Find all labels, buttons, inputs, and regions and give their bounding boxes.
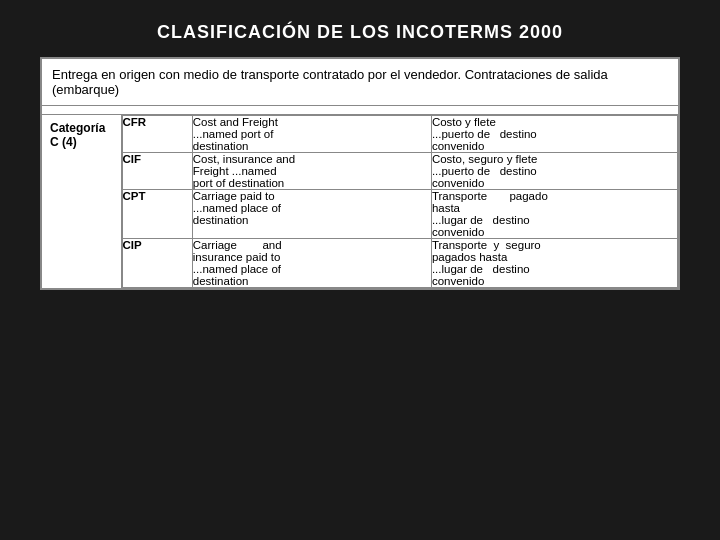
- cip-code: CIP: [122, 239, 192, 288]
- cif-es: Costo, seguro y flete...puerto de destin…: [431, 153, 677, 190]
- cip-en: Carriage andinsurance paid to...named pl…: [192, 239, 431, 288]
- cpt-en-text: Carriage paid to...named place ofdestina…: [193, 190, 281, 226]
- cif-en-text: Cost, insurance andFreight ...namedport …: [193, 153, 295, 189]
- cfr-en-text: Cost and Freight...named port ofdestinat…: [193, 116, 278, 152]
- cip-es: Transporte y seguropagados hasta...lugar…: [431, 239, 677, 288]
- cif-en: Cost, insurance andFreight ...namedport …: [192, 153, 431, 190]
- cip-en-text: Carriage andinsurance paid to...named pl…: [193, 239, 282, 287]
- cfr-es: Costo y flete...puerto de destinoconveni…: [431, 116, 677, 153]
- cpt-es: Transporte pagadohasta...lugar de destin…: [431, 190, 677, 239]
- cip-es-text: Transporte y seguropagados hasta...lugar…: [432, 239, 541, 287]
- inner-table: CFR Cost and Freight...named port ofdest…: [122, 115, 679, 288]
- main-table: Entrega en origen con medio de transport…: [40, 57, 680, 290]
- cfr-code: CFR: [122, 116, 192, 153]
- cpt-row: CPT Carriage paid to...named place ofdes…: [122, 190, 678, 239]
- cif-row: CIF Cost, insurance andFreight ...namedp…: [122, 153, 678, 190]
- data-wrapper: Categoría C (4) CFR Cost and Freight...n…: [41, 115, 679, 290]
- category-label: Categoría C (4): [41, 115, 121, 290]
- header-row: Entrega en origen con medio de transport…: [41, 58, 679, 106]
- cif-code: CIF: [122, 153, 192, 190]
- cpt-code: CPT: [122, 190, 192, 239]
- cfr-row: CFR Cost and Freight...named port ofdest…: [122, 116, 678, 153]
- cfr-es-text: Costo y flete...puerto de destinoconveni…: [432, 116, 537, 152]
- page-title: CLASIFICACIÓN DE LOS INCOTERMS 2000: [157, 22, 563, 43]
- header-text: Entrega en origen con medio de transport…: [41, 58, 679, 106]
- cip-row: CIP Carriage andinsurance paid to...name…: [122, 239, 678, 288]
- spacer-row: [41, 106, 679, 115]
- cif-es-text: Costo, seguro y flete...puerto de destin…: [432, 153, 537, 189]
- cpt-en: Carriage paid to...named place ofdestina…: [192, 190, 431, 239]
- cpt-es-text: Transporte pagadohasta...lugar de destin…: [432, 190, 548, 238]
- cfr-en: Cost and Freight...named port ofdestinat…: [192, 116, 431, 153]
